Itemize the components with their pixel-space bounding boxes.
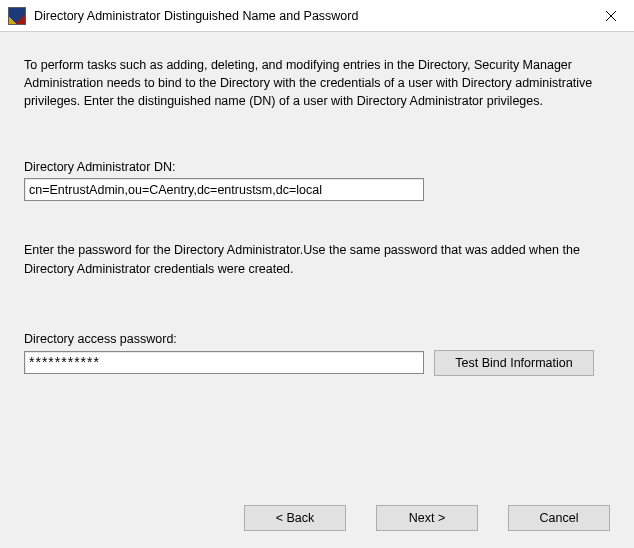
next-button[interactable]: Next > bbox=[376, 505, 478, 531]
intro-text: To perform tasks such as adding, deletin… bbox=[24, 56, 610, 110]
password-row: *********** Test Bind Information bbox=[24, 350, 610, 376]
dialog-content: To perform tasks such as adding, deletin… bbox=[0, 32, 634, 488]
close-icon bbox=[606, 11, 616, 21]
close-button[interactable] bbox=[588, 0, 634, 32]
password-input[interactable]: *********** bbox=[24, 351, 424, 374]
password-label: Directory access password: bbox=[24, 332, 610, 346]
password-instructions: Enter the password for the Directory Adm… bbox=[24, 241, 610, 277]
cancel-button[interactable]: Cancel bbox=[508, 505, 610, 531]
dn-label: Directory Administrator DN: bbox=[24, 160, 610, 174]
dialog-window: Directory Administrator Distinguished Na… bbox=[0, 0, 634, 548]
titlebar: Directory Administrator Distinguished Na… bbox=[0, 0, 634, 32]
window-title: Directory Administrator Distinguished Na… bbox=[34, 9, 588, 23]
dialog-footer: < Back Next > Cancel bbox=[0, 488, 634, 548]
dn-input[interactable] bbox=[24, 178, 424, 201]
app-icon bbox=[8, 7, 26, 25]
test-bind-button[interactable]: Test Bind Information bbox=[434, 350, 594, 376]
back-button[interactable]: < Back bbox=[244, 505, 346, 531]
